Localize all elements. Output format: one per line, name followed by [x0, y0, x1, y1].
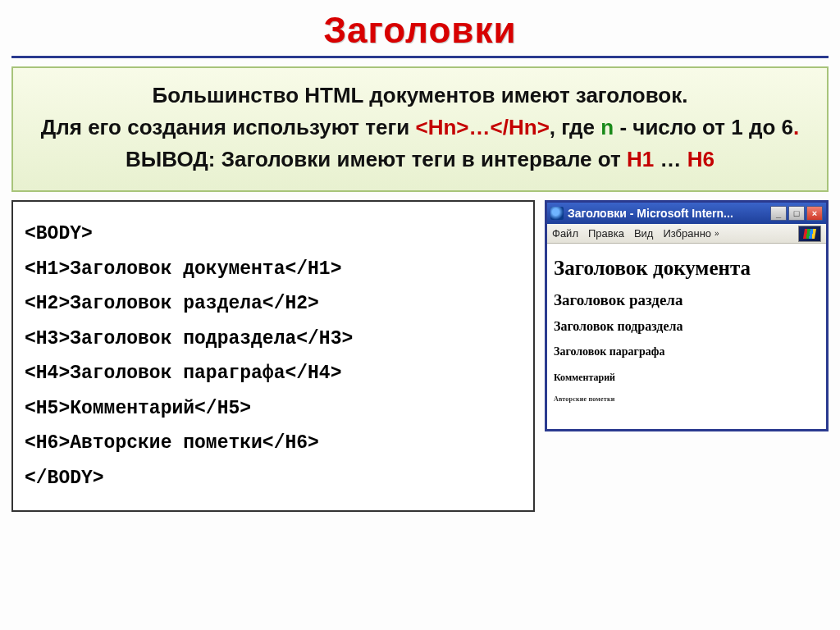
code-sample: <BODY> <H1>Заголовок документа</H1> <H2>… — [11, 200, 535, 512]
menu-favorites[interactable]: Избранно — [663, 227, 711, 240]
browser-titlebar: Заголовки - Microsoft Intern... _ □ × — [547, 203, 826, 224]
tag-ellipsis: … — [469, 115, 491, 139]
desc-l2-tail: - число от 1 до 6 — [614, 115, 793, 139]
ie-throbber-icon — [798, 226, 821, 242]
browser-menubar: Файл Правка Вид Избранно » — [547, 224, 826, 244]
desc-l2-pre: Для его создания используют теги — [41, 115, 416, 139]
browser-content: Заголовок документа Заголовок раздела За… — [547, 244, 826, 429]
window-title: Заголовки - Microsoft Intern... — [568, 207, 769, 220]
slide-title: Заголовки — [11, 10, 829, 51]
tag-hn-open: <Hn> — [416, 115, 469, 139]
desc-l3-pre: ВЫВОД: Заголовки имеют теги в интервале … — [126, 147, 627, 171]
title-underline — [11, 56, 829, 58]
preview-h5: Комментарий — [554, 372, 819, 384]
desc-line-3: ВЫВОД: Заголовки имеют теги в интервале … — [23, 144, 817, 176]
desc-l2-dot: . — [793, 115, 799, 139]
menu-overflow-icon[interactable]: » — [714, 229, 718, 238]
desc-line-2: Для его создания используют теги <Hn>…</… — [23, 112, 817, 144]
code-h5: <H5>Комментарий</H5> — [25, 398, 251, 419]
ie-icon — [550, 207, 564, 220]
tag-hn-close: </Hn> — [491, 115, 550, 139]
menu-edit[interactable]: Правка — [588, 227, 624, 240]
range-h1: H1 — [627, 147, 654, 171]
code-body-open: <BODY> — [25, 223, 93, 244]
code-h4: <H4>Заголовок параграфа</H4> — [25, 363, 341, 384]
code-h2: <H2>Заголовок раздела</H2> — [25, 293, 319, 314]
preview-h4: Заголовок параграфа — [554, 345, 819, 358]
code-h6: <H6>Авторские пометки</H6> — [25, 432, 319, 454]
menu-view[interactable]: Вид — [634, 227, 654, 240]
var-n: n — [600, 115, 614, 139]
code-h1: <H1>Заголовок документа</H1> — [25, 258, 341, 280]
preview-h3: Заголовок подраздела — [554, 319, 819, 334]
code-body-close: </BODY> — [25, 468, 104, 489]
desc-l2-post: , где — [550, 115, 600, 139]
preview-h6: Авторские пометки — [554, 395, 819, 403]
browser-preview: Заголовки - Microsoft Intern... _ □ × Фа… — [545, 200, 829, 431]
code-h3: <H3>Заголовок подраздела</H3> — [25, 328, 353, 349]
desc-line-1: Большинство HTML документов имеют заголо… — [23, 80, 817, 112]
minimize-button[interactable]: _ — [770, 206, 787, 221]
preview-h1: Заголовок документа — [554, 257, 819, 280]
preview-h2: Заголовок раздела — [554, 291, 819, 309]
maximize-button[interactable]: □ — [788, 206, 805, 221]
range-h6: H6 — [687, 147, 714, 171]
description-box: Большинство HTML документов имеют заголо… — [11, 66, 829, 192]
menu-file[interactable]: Файл — [552, 227, 578, 240]
range-ellipsis: … — [654, 147, 687, 171]
windows-flag-icon — [803, 229, 816, 239]
close-button[interactable]: × — [806, 206, 823, 221]
